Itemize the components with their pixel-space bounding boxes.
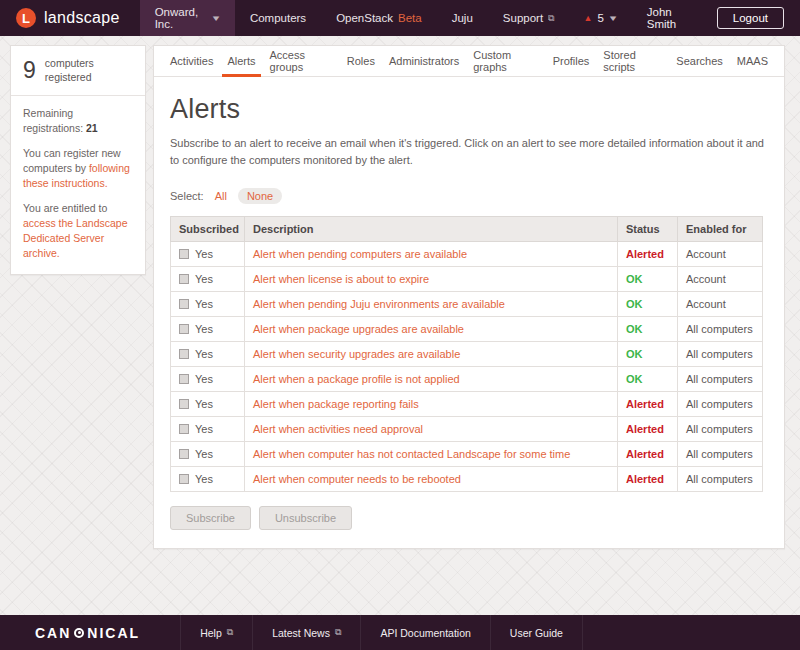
alert-description-link[interactable]: Alert when computer needs to be rebooted [253, 473, 461, 485]
footer-link-latest-news[interactable]: Latest News ⧉ [253, 615, 361, 650]
nav-account-menu[interactable]: Onward, Inc. ▼ [140, 0, 235, 36]
subscribe-checkbox[interactable] [179, 349, 189, 359]
table-row: Yes Alert when license is about to expir… [171, 267, 763, 292]
alert-description-link[interactable]: Alert when activities need approval [253, 423, 423, 435]
tab-alerts[interactable]: Alerts [220, 46, 262, 76]
alert-description-link[interactable]: Alert when license is about to expire [253, 273, 429, 285]
chevron-down-icon: ▼ [607, 14, 618, 23]
nav-juju[interactable]: Juju [437, 0, 488, 36]
tab-roles[interactable]: Roles [340, 46, 382, 76]
beta-badge: Beta [398, 12, 422, 24]
page-content: 9 computers registered Remaining registr… [0, 36, 800, 615]
subscribe-checkbox[interactable] [179, 299, 189, 309]
alert-description-link[interactable]: Alert when package upgrades are availabl… [253, 323, 464, 335]
table-row: Yes Alert when pending computers are ava… [171, 242, 763, 267]
enabled-for-value: All computers [678, 417, 763, 442]
footer-link-api-documentation[interactable]: API Documentation [361, 615, 490, 650]
status-badge: Alerted [626, 423, 664, 435]
status-badge: OK [626, 298, 643, 310]
tab-bar: Activities Alerts Access groups Roles Ad… [154, 46, 784, 77]
tab-administrators[interactable]: Administrators [382, 46, 466, 76]
subscribe-checkbox[interactable] [179, 249, 189, 259]
alert-description-link[interactable]: Alert when computer has not contacted La… [253, 448, 570, 460]
alert-description-link[interactable]: Alert when package reporting fails [253, 398, 419, 410]
landscape-logo-icon: L [16, 8, 36, 28]
status-badge: Alerted [626, 473, 664, 485]
tab-profiles[interactable]: Profiles [546, 46, 597, 76]
tab-custom-graphs[interactable]: Custom graphs [466, 46, 545, 76]
table-row: Yes Alert when pending Juju environments… [171, 292, 763, 317]
footer-link-user-guide[interactable]: User Guide [491, 615, 583, 650]
status-badge: OK [626, 273, 643, 285]
logout-button[interactable]: Logout [717, 7, 784, 29]
alert-description-link[interactable]: Alert when pending computers are availab… [253, 248, 467, 260]
alerts-table: Subscribed Description Status Enabled fo… [170, 216, 763, 492]
top-navbar: L landscape Onward, Inc. ▼ Computers Ope… [0, 0, 800, 36]
subscribe-checkbox[interactable] [179, 324, 189, 334]
table-row: Yes Alert when package upgrades are avai… [171, 317, 763, 342]
table-actions: Subscribe Unsubscribe [170, 506, 768, 530]
subscribe-checkbox[interactable] [179, 449, 189, 459]
registered-count: 9 [23, 57, 36, 84]
unsubscribe-button[interactable]: Unsubscribe [259, 506, 352, 530]
main-body: Alerts Subscribe to an alert to receive … [154, 77, 784, 548]
enabled-for-value: All computers [678, 367, 763, 392]
footer-link-help[interactable]: Help ⧉ [180, 615, 253, 650]
alert-description-link[interactable]: Alert when a package profile is not appl… [253, 373, 460, 385]
registered-computers-box[interactable]: 9 computers registered [11, 46, 145, 96]
chevron-down-icon: ▼ [210, 14, 221, 23]
nav-support[interactable]: Support ⧉ [488, 0, 570, 36]
subscribed-label: Yes [195, 448, 213, 460]
dedicated-server-text: You are entitled to access the Landscape… [23, 201, 133, 260]
dedicated-server-link[interactable]: access the Landscape Dedicated Server ar… [23, 217, 128, 258]
column-header-status: Status [618, 217, 678, 242]
landscape-logo[interactable]: L landscape [0, 0, 140, 36]
enabled-for-value: Account [678, 292, 763, 317]
alerts-dropdown[interactable]: ▲ 5 ▼ [570, 0, 631, 36]
table-row: Yes Alert when security upgrades are ava… [171, 342, 763, 367]
alert-description-link[interactable]: Alert when security upgrades are availab… [253, 348, 460, 360]
subscribe-checkbox[interactable] [179, 274, 189, 284]
table-row: Yes Alert when activities need approval … [171, 417, 763, 442]
subscribed-label: Yes [195, 248, 213, 260]
user-name[interactable]: John Smith [631, 0, 711, 36]
enabled-for-value: All computers [678, 467, 763, 492]
footer-links: Help ⧉ Latest News ⧉ API Documentation U… [180, 615, 583, 650]
alert-description-link[interactable]: Alert when pending Juju environments are… [253, 298, 505, 310]
warning-triangle-icon: ▲ [584, 13, 593, 23]
subscribe-checkbox[interactable] [179, 399, 189, 409]
tab-stored-scripts[interactable]: Stored scripts [596, 46, 669, 76]
nav-computers[interactable]: Computers [235, 0, 321, 36]
enabled-for-value: Account [678, 242, 763, 267]
account-name: Onward, Inc. [155, 6, 207, 30]
footer: CAN NICAL Help ⧉ Latest News ⧉ API Docum… [0, 615, 800, 650]
canonical-o-icon [74, 628, 84, 638]
register-instructions: You can register new computers by follow… [23, 146, 133, 190]
status-badge: Alerted [626, 248, 664, 260]
subscribe-checkbox[interactable] [179, 474, 189, 484]
select-label: Select: [170, 190, 204, 202]
subscribed-label: Yes [195, 348, 213, 360]
nav-openstack[interactable]: OpenStack Beta [321, 0, 437, 36]
enabled-for-value: All computers [678, 317, 763, 342]
registered-label: computers registered [45, 57, 105, 83]
enabled-for-value: All computers [678, 442, 763, 467]
tab-activities[interactable]: Activities [163, 46, 220, 76]
tab-access-groups[interactable]: Access groups [263, 46, 340, 76]
tab-searches[interactable]: Searches [669, 46, 729, 76]
external-link-icon: ⧉ [227, 627, 233, 638]
status-badge: Alerted [626, 398, 664, 410]
tab-maas[interactable]: MAAS [730, 46, 775, 76]
alerts-count: 5 [597, 12, 603, 24]
select-all-link[interactable]: All [215, 190, 227, 202]
subscribed-label: Yes [195, 323, 213, 335]
subscribe-button[interactable]: Subscribe [170, 506, 251, 530]
table-header-row: Subscribed Description Status Enabled fo… [171, 217, 763, 242]
page-title: Alerts [170, 94, 768, 125]
column-header-subscribed: Subscribed [171, 217, 245, 242]
subscribe-checkbox[interactable] [179, 374, 189, 384]
enabled-for-value: All computers [678, 342, 763, 367]
subscribe-checkbox[interactable] [179, 424, 189, 434]
sidebar-body: Remaining registrations: 21 You can regi… [11, 96, 145, 274]
select-none-link[interactable]: None [238, 188, 282, 204]
